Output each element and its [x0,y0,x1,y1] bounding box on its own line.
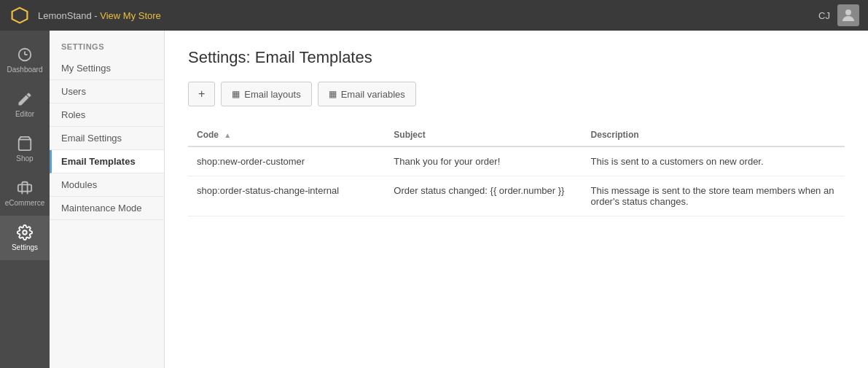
row-code: shop:new-order-customer [188,146,385,176]
sidebar-item-settings[interactable]: Settings [0,216,50,260]
email-variables-button[interactable]: ▦ Email variables [318,82,416,106]
row-description: This is sent to a customers on new order… [582,146,845,176]
sidebar-item-ecommerce-label: eCommerce [5,199,44,207]
svg-point-1 [845,9,851,15]
logo[interactable] [9,4,31,26]
sidebar-item-shop[interactable]: Shop [0,127,50,171]
sidebar-item-editor-label: Editor [15,110,34,118]
table-body: shop:new-order-customer Thank you for yo… [188,146,845,216]
email-templates-table: Code ▲ Subject Description shop:new-orde… [188,124,845,216]
icon-sidebar: Dashboard Editor Shop eCommerce Settings [0,31,50,368]
main-layout: Dashboard Editor Shop eCommerce Settings… [0,31,868,368]
sidebar-item-editor[interactable]: Editor [0,82,50,127]
email-layouts-icon: ▦ [232,89,240,99]
sidebar-item-email-settings[interactable]: Email Settings [50,127,164,150]
col-header-description: Description [582,124,845,146]
view-store-link[interactable]: View My Store [100,10,161,21]
sidebar-item-ecommerce[interactable]: eCommerce [0,171,50,216]
topbar-right: CJ [818,4,859,26]
sidebar-item-dashboard-label: Dashboard [7,66,43,74]
row-description: This message is sent to the store team m… [582,176,845,216]
user-initials: CJ [818,10,830,21]
avatar[interactable] [837,4,859,26]
brand-text: LemonStand - View My Store [38,10,161,21]
email-layouts-button[interactable]: ▦ Email layouts [221,82,311,106]
row-code: shop:order-status-change-internal [188,176,385,216]
toolbar: + ▦ Email layouts ▦ Email variables [188,82,845,106]
content-area: Settings: Email Templates + ▦ Email layo… [165,31,868,368]
sidebar-item-email-templates[interactable]: Email Templates [50,150,164,173]
table-row[interactable]: shop:new-order-customer Thank you for yo… [188,146,845,176]
sidebar-item-maintenance-mode[interactable]: Maintenance Mode [50,197,164,220]
col-header-code[interactable]: Code ▲ [188,124,385,146]
topbar: LemonStand - View My Store CJ [0,0,868,31]
row-subject: Thank you for your order! [385,146,582,176]
page-title: Settings: Email Templates [188,48,845,67]
sidebar-item-dashboard[interactable]: Dashboard [0,38,50,82]
sidebar-item-modules[interactable]: Modules [50,173,164,197]
sidebar-item-my-settings[interactable]: My Settings [50,57,164,80]
sidebar-item-roles[interactable]: Roles [50,103,164,127]
sort-arrow-icon: ▲ [224,131,231,139]
add-button[interactable]: + [188,82,215,106]
svg-marker-0 [12,8,28,23]
sidebar-section-label: Settings [50,42,164,57]
table-row[interactable]: shop:order-status-change-internal Order … [188,176,845,216]
email-variables-icon: ▦ [329,89,337,99]
sidebar-item-settings-label: Settings [12,243,38,251]
table-header: Code ▲ Subject Description [188,124,845,146]
sidebar-item-users[interactable]: Users [50,80,164,103]
text-sidebar: Settings My Settings Users Roles Email S… [50,31,165,368]
sidebar-item-shop-label: Shop [16,154,33,163]
col-header-subject: Subject [385,124,582,146]
row-subject: Order status changed: {{ order.number }} [385,176,582,216]
